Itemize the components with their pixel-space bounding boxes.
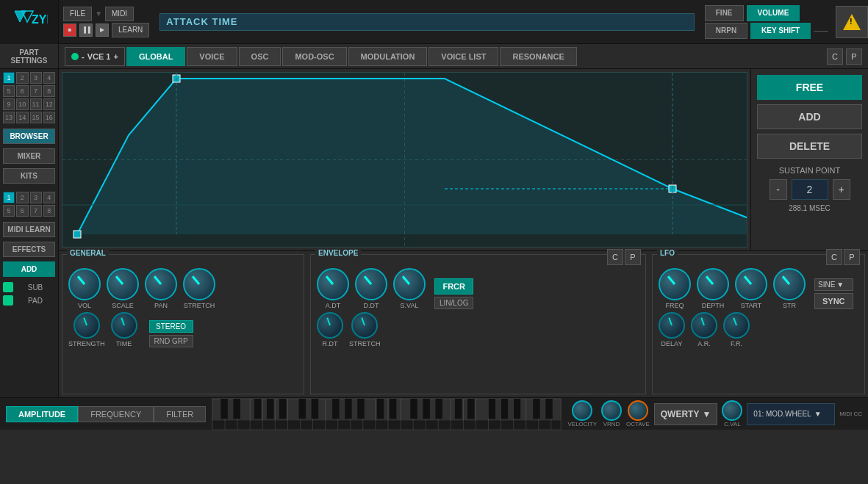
env-stretch-knob[interactable] xyxy=(351,312,378,339)
freq-knob[interactable] xyxy=(659,268,691,300)
part-b6[interactable]: 6 xyxy=(16,205,28,217)
envelope-c-button[interactable]: C xyxy=(607,249,623,265)
delay-knob[interactable] xyxy=(659,312,685,339)
part-5[interactable]: 5 xyxy=(3,85,15,97)
tab-modulation[interactable]: MODULATION xyxy=(348,47,428,66)
part-7[interactable]: 7 xyxy=(30,85,42,97)
key-shift-button[interactable]: KEY SHIFT xyxy=(750,23,811,39)
free-button[interactable]: FREE xyxy=(757,75,862,100)
cval-knob[interactable] xyxy=(722,400,742,421)
tab-global[interactable]: GLOBAL xyxy=(126,47,185,66)
part-2[interactable]: 2 xyxy=(16,72,28,84)
lfo-wave-select[interactable]: SINE ▼ xyxy=(814,278,853,291)
stereo-button[interactable]: STEREO xyxy=(149,320,193,333)
delete-button[interactable]: DELETE xyxy=(757,134,862,159)
pad-power-button[interactable] xyxy=(3,295,13,306)
part-12[interactable]: 12 xyxy=(43,98,55,110)
tab-voice[interactable]: VOICE xyxy=(187,47,237,66)
vce-minus[interactable]: - xyxy=(82,52,85,61)
qwerty-select[interactable]: QWERTY ▼ xyxy=(654,403,718,425)
sustain-plus-button[interactable]: + xyxy=(833,179,850,200)
rdt-knob[interactable] xyxy=(317,312,343,339)
frequency-tab[interactable]: FREQUENCY xyxy=(78,406,154,422)
part-8[interactable]: 8 xyxy=(43,85,55,97)
tab-c-button[interactable]: C xyxy=(827,48,843,65)
part-4[interactable]: 4 xyxy=(43,72,55,84)
part-11[interactable]: 11 xyxy=(30,98,42,110)
tab-p-button[interactable]: P xyxy=(846,48,862,65)
lfo-c-button[interactable]: C xyxy=(826,249,842,265)
sync-button[interactable]: SYNC xyxy=(814,293,853,309)
envelope-graph[interactable] xyxy=(62,72,747,248)
tab-mod-osc[interactable]: MOD-OSC xyxy=(282,47,346,66)
midi-cc-select[interactable]: 01: MOD.WHEEL ▼ xyxy=(747,403,835,425)
warning-button[interactable] xyxy=(836,6,868,38)
browser-button[interactable]: BROWSER xyxy=(3,129,55,144)
filter-tab[interactable]: FILTER xyxy=(154,406,206,422)
volume-button[interactable]: VOLUME xyxy=(747,5,800,21)
piano-keyboard[interactable] xyxy=(212,398,562,430)
time-knob[interactable] xyxy=(111,312,137,339)
part-b3[interactable]: 3 xyxy=(30,192,42,203)
mixer-button[interactable]: MIXER xyxy=(3,148,55,164)
lin-log-button[interactable]: LIN/LOG xyxy=(434,297,473,309)
part-10[interactable]: 10 xyxy=(16,98,28,110)
rnd-grp-button[interactable]: RND GRP xyxy=(149,335,193,347)
velocity-knob[interactable] xyxy=(572,400,592,421)
tab-osc[interactable]: OSC xyxy=(239,47,281,66)
part-15[interactable]: 15 xyxy=(30,112,42,123)
frcr-button[interactable]: FRCR xyxy=(434,278,473,295)
part-b2[interactable]: 2 xyxy=(16,192,28,203)
depth-knob[interactable] xyxy=(697,268,729,300)
tab-resonance[interactable]: RESONANCE xyxy=(500,47,576,66)
strength-knob[interactable] xyxy=(73,312,100,339)
part-b5[interactable]: 5 xyxy=(3,205,15,217)
scale-knob[interactable] xyxy=(107,268,139,300)
part-1[interactable]: 1 xyxy=(3,72,15,84)
midi-learn-button[interactable]: MIDI LEARN xyxy=(3,222,55,237)
envelope-p-button[interactable]: P xyxy=(625,249,641,265)
fr-knob[interactable] xyxy=(723,312,750,339)
octave-knob[interactable] xyxy=(628,400,648,421)
power-vce-toggle[interactable]: - VCE 1 + xyxy=(65,47,125,66)
part-b7[interactable]: 7 xyxy=(30,205,42,217)
add-part-button[interactable]: ADD xyxy=(3,261,55,277)
start-knob[interactable] xyxy=(735,268,767,300)
part-6[interactable]: 6 xyxy=(16,85,28,97)
fine-button[interactable]: FINE xyxy=(705,5,744,21)
sub-power-button[interactable] xyxy=(3,282,13,292)
ddt-knob[interactable] xyxy=(355,268,387,300)
tab-voice-list[interactable]: VOICE LIST xyxy=(428,47,498,66)
pan-knob[interactable] xyxy=(145,268,177,300)
learn-button[interactable]: LEARN xyxy=(112,23,149,37)
transport-pause[interactable]: ▐▐ xyxy=(79,24,93,37)
vrnd-knob[interactable] xyxy=(601,400,622,421)
transport-stop[interactable]: ■ xyxy=(63,24,76,37)
stretch-knob[interactable] xyxy=(183,268,215,300)
midi-button[interactable]: MIDI xyxy=(105,7,134,21)
part-13[interactable]: 13 xyxy=(3,112,15,123)
part-16[interactable]: 16 xyxy=(43,112,55,123)
amplitude-tab[interactable]: AMPLITUDE xyxy=(6,406,78,422)
part-9[interactable]: 9 xyxy=(3,98,15,110)
vce-plus[interactable]: + xyxy=(113,52,118,61)
file-button[interactable]: FILE xyxy=(63,7,92,21)
part-b4[interactable]: 4 xyxy=(43,192,55,203)
adt-knob[interactable] xyxy=(317,268,349,300)
collapse-icon[interactable]: ── xyxy=(814,25,828,37)
nrpn-button[interactable]: NRPN xyxy=(705,23,747,39)
sustain-minus-button[interactable]: - xyxy=(770,179,787,200)
part-b1[interactable]: 1 xyxy=(3,192,15,203)
transport-play[interactable]: ▶ xyxy=(96,24,109,37)
part-14[interactable]: 14 xyxy=(16,112,28,123)
ar-knob[interactable] xyxy=(691,312,717,339)
vol-knob[interactable] xyxy=(68,268,101,300)
part-b8[interactable]: 8 xyxy=(43,205,55,217)
part-3[interactable]: 3 xyxy=(30,72,42,84)
sval-knob[interactable] xyxy=(393,268,426,300)
kits-button[interactable]: KITS xyxy=(3,168,55,184)
add-envelope-button[interactable]: ADD xyxy=(757,104,862,129)
lfo-p-button[interactable]: P xyxy=(844,249,860,265)
str-knob[interactable] xyxy=(773,268,806,300)
effects-button[interactable]: EFFECTS xyxy=(3,242,55,257)
